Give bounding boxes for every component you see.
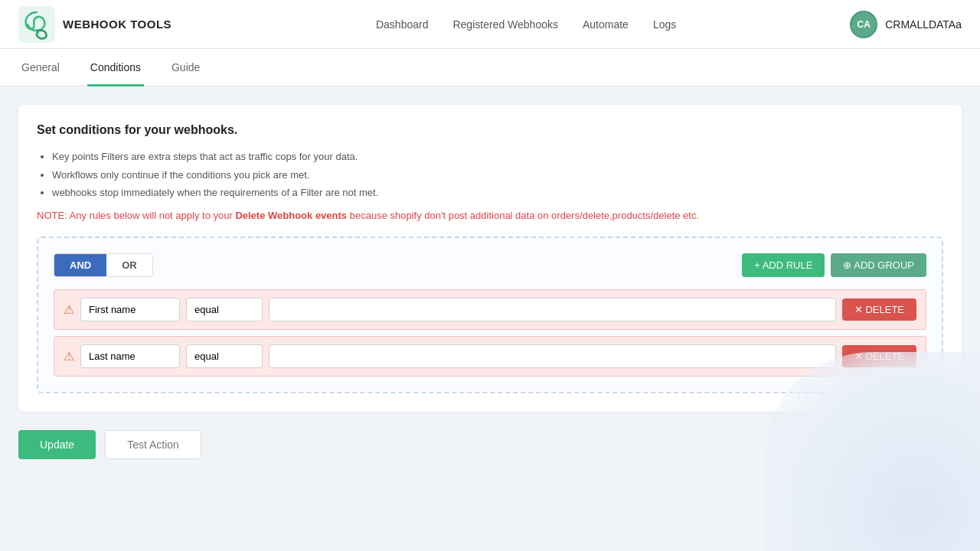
rule-1-delete[interactable]: ✕ DELETE: [842, 298, 916, 321]
rule-2-operator[interactable]: [186, 344, 263, 368]
logo-area: WEBHOOK TOOLS: [18, 6, 172, 43]
add-rule-button[interactable]: + ADD RULE: [742, 253, 825, 277]
tab-conditions[interactable]: Conditions: [87, 49, 144, 86]
note-suffix: because shopify don't post additional da…: [347, 210, 699, 221]
conditions-header: AND OR + ADD RULE ⊕ ADD GROUP: [54, 253, 926, 277]
rule-1-value[interactable]: [269, 298, 836, 321]
conditions-card: Set conditions for your webhooks. Key po…: [18, 105, 962, 412]
rule-row-1: ⚠ ✕ DELETE: [54, 289, 926, 330]
conditions-box: AND OR + ADD RULE ⊕ ADD GROUP ⚠ ✕ DELETE…: [37, 236, 943, 393]
nav-dashboard[interactable]: Dashboard: [376, 18, 429, 31]
app-name: WEBHOOK TOOLS: [63, 18, 172, 31]
bottom-actions: Update Test Action: [0, 412, 980, 478]
rule-2-delete[interactable]: ✕ DELETE: [842, 345, 916, 367]
logo-icon: [18, 6, 55, 43]
avatar: CA: [850, 11, 877, 38]
rule-2-field[interactable]: [80, 344, 180, 368]
note-prefix: NOTE: Any rules below will not apply to …: [37, 210, 235, 221]
main-nav: Dashboard Registered Webhooks Automate L…: [202, 18, 850, 31]
username: CRMALLDATAa: [885, 18, 962, 31]
bullet-1: Key points Filters are extra steps that …: [52, 149, 943, 165]
test-action-button[interactable]: Test Action: [105, 430, 201, 459]
rule-row-2: ⚠ ✕ DELETE: [54, 336, 926, 377]
user-area: CA CRMALLDATAa: [850, 11, 962, 38]
action-buttons: + ADD RULE ⊕ ADD GROUP: [742, 253, 926, 277]
add-group-button[interactable]: ⊕ ADD GROUP: [831, 253, 926, 277]
and-or-toggle: AND OR: [54, 253, 153, 277]
warning-icon-2: ⚠: [64, 349, 74, 364]
nav-logs[interactable]: Logs: [653, 18, 676, 31]
tabs-bar: General Conditions Guide: [0, 49, 980, 86]
tab-guide[interactable]: Guide: [168, 49, 203, 86]
rule-2-value[interactable]: [269, 344, 836, 368]
warning-icon-1: ⚠: [64, 302, 74, 317]
nav-registered-webhooks[interactable]: Registered Webhooks: [452, 18, 557, 31]
app-header: WEBHOOK TOOLS Dashboard Registered Webho…: [0, 0, 980, 49]
note-link[interactable]: Delete Webhook events: [235, 210, 347, 221]
tab-general[interactable]: General: [18, 49, 63, 86]
rule-1-field[interactable]: [80, 298, 180, 321]
main-content: Set conditions for your webhooks. Key po…: [0, 86, 980, 412]
bullet-3: webhooks stop immediately when the requi…: [52, 185, 943, 201]
nav-automate[interactable]: Automate: [583, 18, 629, 31]
and-button[interactable]: AND: [54, 254, 106, 276]
bullet-list: Key points Filters are extra steps that …: [37, 149, 943, 201]
bullet-2: Workflows only continue if the condition…: [52, 168, 943, 183]
note-text: NOTE: Any rules below will not apply to …: [37, 210, 943, 221]
section-title: Set conditions for your webhooks.: [37, 123, 943, 137]
update-button[interactable]: Update: [18, 430, 96, 459]
rule-1-operator[interactable]: [186, 298, 263, 321]
or-button[interactable]: OR: [106, 254, 152, 276]
